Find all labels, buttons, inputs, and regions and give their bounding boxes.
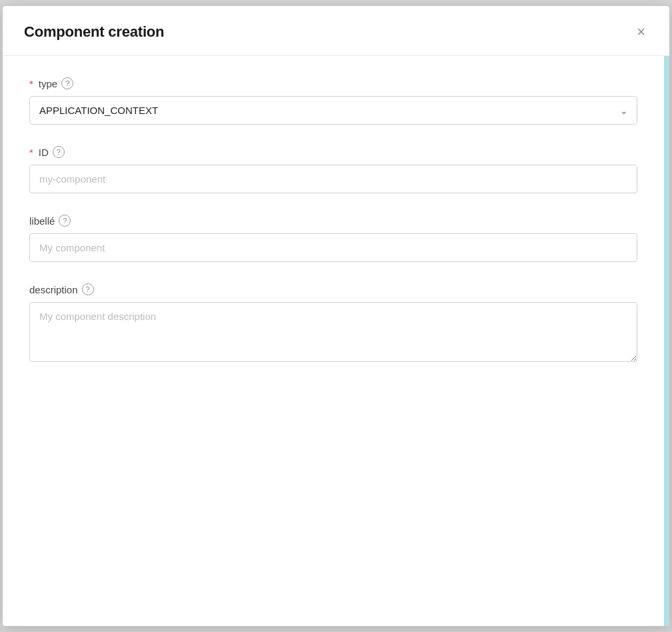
id-label-text: ID [39,147,49,158]
id-field-label: * ID ? [29,146,637,158]
id-field-group: * ID ? [29,146,637,193]
type-field-group: * type ? APPLICATION_CONTEXT SERVICE LIB… [29,77,637,125]
type-select-wrapper: APPLICATION_CONTEXT SERVICE LIBRARY TOOL… [29,96,637,125]
description-textarea[interactable] [29,302,637,362]
component-creation-modal: Component creation × * type ? APPLICATIO… [3,6,669,626]
libelle-input[interactable] [29,233,637,262]
libelle-field-label: libellé ? [29,215,637,227]
description-help-icon[interactable]: ? [82,283,94,295]
form-area: * type ? APPLICATION_CONTEXT SERVICE LIB… [3,56,664,626]
modal-header: Component creation × [3,6,669,56]
close-button[interactable]: × [634,22,648,42]
id-help-icon[interactable]: ? [53,146,65,158]
type-select[interactable]: APPLICATION_CONTEXT SERVICE LIBRARY TOOL [29,96,637,125]
id-required-star: * [29,147,33,158]
type-help-icon[interactable]: ? [61,77,73,89]
id-input[interactable] [29,165,637,193]
description-label-text: description [29,284,78,295]
description-field-label: description ? [29,283,637,295]
type-label-text: type [39,78,57,89]
type-required-star: * [29,78,33,89]
libelle-label-text: libellé [29,215,55,227]
type-field-label: * type ? [29,77,637,89]
libelle-field-group: libellé ? [29,215,637,262]
modal-backdrop: Component creation × * type ? APPLICATIO… [0,0,672,632]
modal-title: Component creation [24,23,164,41]
libelle-help-icon[interactable]: ? [59,215,71,227]
description-field-group: description ? [29,283,637,365]
right-accent-bar [664,56,669,626]
modal-body: * type ? APPLICATION_CONTEXT SERVICE LIB… [3,56,669,626]
